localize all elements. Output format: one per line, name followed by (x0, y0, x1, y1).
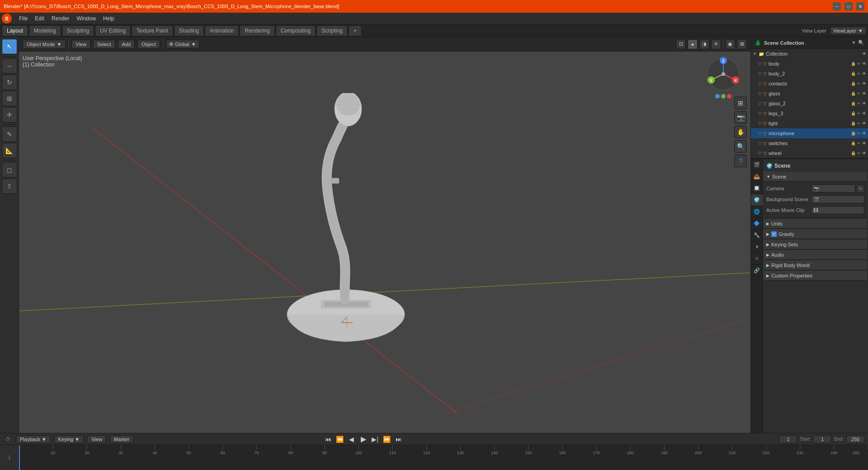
jump-end-btn[interactable]: ⏭ (394, 434, 404, 444)
tab-modeling[interactable]: Modeling (29, 25, 61, 36)
tab-layout[interactable]: Layout (2, 25, 28, 36)
tool-move[interactable]: ↔ (2, 58, 17, 74)
props-tab-physics[interactable]: ⚛ (751, 253, 763, 265)
solid-btn[interactable]: ● (688, 39, 698, 49)
outliner-item-contacts[interactable]: ▽ ▽ contacts 🔒 ✏ 👁 (751, 79, 868, 89)
outliner-item-light[interactable]: ▽ ▽ light 🔒 ✏ 👁 (751, 118, 868, 128)
menu-help[interactable]: Help (99, 14, 118, 23)
tab-scripting[interactable]: Scripting (316, 25, 348, 36)
outliner-item-glass2[interactable]: ▽ ▽ glass_2 🔒 ✏ 👁 (751, 99, 868, 108)
keying-section-header[interactable]: ▶ Keying Sets (764, 240, 867, 249)
units-section-header[interactable]: ▶ Units (764, 219, 867, 229)
viewport-tool-4[interactable]: 🔍 (734, 140, 747, 153)
tab-uv-editing[interactable]: UV Editing (95, 25, 131, 36)
material-btn[interactable]: ◑ (699, 39, 709, 49)
overlay-btn[interactable]: ◉ (725, 39, 735, 49)
tab-rendering[interactable]: Rendering (240, 25, 274, 36)
prev-frame-btn[interactable]: ◀ (347, 434, 357, 444)
props-tab-constraints[interactable]: 🔗 (751, 265, 763, 277)
gravity-checkbox[interactable]: ✓ (771, 231, 777, 237)
tool-select[interactable]: ↖ (2, 39, 17, 54)
start-frame-field[interactable]: 1 (813, 435, 831, 443)
tool-rotate[interactable]: ↻ (2, 75, 17, 90)
props-tab-scene[interactable]: 🌍 (751, 194, 763, 206)
props-tab-particles[interactable]: ✦ (751, 241, 763, 253)
viewport-tool-3[interactable]: ✋ (734, 126, 747, 138)
tool-scale[interactable]: ⊞ (2, 91, 17, 106)
minimize-button[interactable]: ─ (833, 2, 841, 10)
props-tab-modifier[interactable]: 🔧 (751, 230, 763, 241)
audio-section-header[interactable]: ▶ Audio (764, 250, 867, 260)
tab-compositing[interactable]: Compositing (276, 25, 316, 36)
camera-value[interactable]: 📷 (811, 184, 855, 193)
tool-add-cube[interactable]: ◻ (2, 162, 17, 178)
dot-red[interactable] (727, 94, 731, 99)
outliner-search-btn[interactable]: 🔍 (858, 40, 864, 46)
outliner-item-switches[interactable]: ▽ ▽ switches 🔒 ✏ 👁 (751, 138, 868, 148)
dot-green[interactable] (721, 94, 726, 99)
outliner-item-glass[interactable]: ▽ ▽ glass 🔒 ✏ 👁 (751, 89, 868, 99)
props-tab-output[interactable]: 📤 (751, 171, 763, 183)
rendered-btn[interactable]: ☀ (711, 39, 721, 49)
tab-add[interactable]: + (349, 25, 362, 36)
menu-window[interactable]: Window (73, 14, 99, 23)
step-fwd-btn[interactable]: ⏩ (382, 434, 392, 444)
current-frame-field[interactable]: 1 (779, 435, 797, 443)
outliner-item-wheel[interactable]: ▽ ▽ wheel 🔒 ✏ 👁 (751, 148, 868, 158)
outliner-item-legs[interactable]: ▽ ▽ legs_3 🔒 ✏ 👁 (751, 108, 868, 118)
tab-sculpting[interactable]: Sculpting (62, 25, 94, 36)
props-tab-render[interactable]: 🎬 (751, 159, 763, 171)
navigation-gizmo[interactable]: Z X Y (705, 56, 741, 92)
menu-file[interactable]: File (15, 14, 31, 23)
menu-edit[interactable]: Edit (31, 14, 48, 23)
global-local-toggle[interactable]: ⊕ Global ▼ (166, 40, 199, 48)
camera-edit-btn[interactable]: ✎ (856, 184, 864, 193)
blender-logo[interactable]: B (2, 14, 12, 24)
tool-extrude[interactable]: ⇧ (2, 179, 17, 194)
rigid-body-section-header[interactable]: ▶ Rigid Body World (764, 260, 867, 270)
maximize-button[interactable]: □ (844, 2, 853, 10)
custom-props-section-header[interactable]: ▶ Custom Properties (764, 271, 867, 281)
viewport-tool-1[interactable]: ⊞ (734, 97, 747, 109)
select-menu-btn[interactable]: Select (93, 40, 115, 49)
viewport[interactable]: Object Mode ▼ View Select Add Object ⊕ G… (19, 37, 750, 433)
keying-btn[interactable]: Keying ▼ (54, 435, 84, 443)
movie-clip-value[interactable]: 🎞 (811, 206, 864, 214)
viewport-canvas[interactable]: User Perspective (Local) (1) Collection (19, 52, 750, 433)
gravity-section-header[interactable]: ▶ ✓ Gravity (764, 229, 867, 239)
marker-btn[interactable]: Marker (110, 435, 133, 443)
dot-blue[interactable] (715, 94, 720, 99)
view-menu-btn[interactable]: View (71, 40, 90, 49)
props-tab-view-layer[interactable]: 🔲 (751, 183, 763, 194)
view-layer-select[interactable]: ViewLayer ▼ (830, 27, 866, 35)
object-menu-btn[interactable]: Object (137, 40, 160, 49)
viewport-tool-2[interactable]: 📷 (734, 111, 747, 124)
timeline-icon[interactable]: ⏱ (4, 436, 12, 443)
jump-start-btn[interactable]: ⏮ (323, 434, 333, 444)
object-mode-btn[interactable]: Object Mode ▼ (23, 40, 66, 49)
tool-annotate[interactable]: ✎ (2, 127, 17, 142)
scene-section-header[interactable]: ▼ Scene (764, 172, 867, 182)
add-menu-btn[interactable]: Add (118, 40, 135, 49)
props-tab-object[interactable]: 🔷 (751, 218, 763, 230)
close-button[interactable]: ✕ (856, 2, 864, 10)
step-back-btn[interactable]: ⏪ (335, 434, 345, 444)
props-tab-world[interactable]: 🌐 (751, 206, 763, 218)
tab-texture-paint[interactable]: Texture Paint (132, 25, 173, 36)
playback-btn[interactable]: Playback ▼ (16, 435, 51, 443)
play-btn[interactable]: ▶ (359, 434, 368, 444)
outliner-item-body2[interactable]: ▽ ▽ body_2 🔒 ✏ 👁 (751, 69, 868, 79)
tool-transform[interactable]: ✛ (2, 107, 17, 122)
wireframe-btn[interactable]: ⊡ (676, 39, 686, 49)
bg-scene-value[interactable]: 🎬 (811, 195, 864, 203)
outliner-item-collection[interactable]: ▼ 📁 Collection 👁 (751, 49, 868, 59)
outliner-item-microphone[interactable]: ▽ ▽ microphone 🔒 ✏ 👁 (751, 128, 868, 138)
end-frame-field[interactable]: 250 (846, 435, 864, 443)
menu-render[interactable]: Render (48, 14, 73, 23)
xray-btn[interactable]: ⊞ (737, 39, 747, 49)
tab-animation[interactable]: Animation (205, 25, 239, 36)
next-frame-btn[interactable]: ▶| (370, 434, 380, 444)
viewport-tool-5[interactable]: ? (734, 155, 747, 167)
tab-shading[interactable]: Shading (174, 25, 204, 36)
outliner-filter-btn[interactable]: ▼ (851, 40, 856, 46)
